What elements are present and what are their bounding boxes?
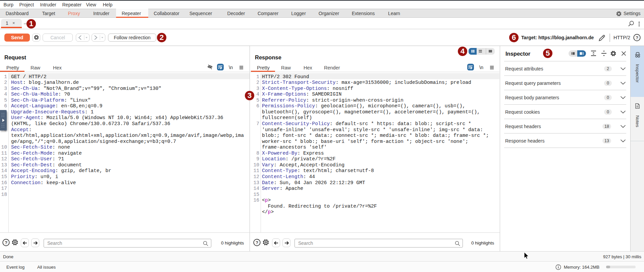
svg-text:?: ? [5,240,7,245]
svg-text:?: ? [256,240,258,245]
svg-text:?: ? [636,35,638,40]
